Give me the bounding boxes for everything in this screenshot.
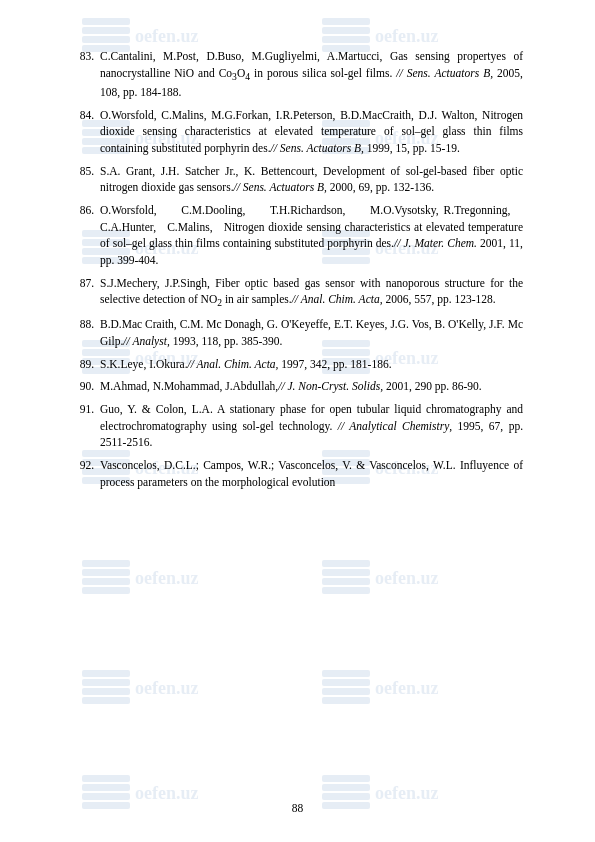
page: 83. C.Cantalini, M.Post, D.Buso, M.Gugli… — [0, 0, 595, 842]
ref-num-91: 91. — [72, 401, 100, 451]
ref-num-87: 87. — [72, 275, 100, 311]
ref-text-92: Vasconcelos, D.C.L.; Campos, W.R.; Vasco… — [100, 457, 523, 490]
reference-86: 86. O.Worsfold, C.M.Dooling, T.H.Richard… — [72, 202, 523, 269]
ref-num-88: 88. — [72, 316, 100, 349]
ref-num-92: 92. — [72, 457, 100, 490]
ref-num-90: 90. — [72, 378, 100, 395]
reference-89: 89. S.K.Leye, I.Okura.// Anal. Chim. Act… — [72, 356, 523, 373]
ref-text-87: S.J.Mechery, J.P.Singh, Fiber optic base… — [100, 275, 523, 311]
ref-text-83: C.Cantalini, M.Post, D.Buso, M.Gugliyelm… — [100, 48, 523, 101]
ref-num-83: 83. — [72, 48, 100, 101]
page-number: 88 — [292, 802, 304, 814]
ref-num-86: 86. — [72, 202, 100, 269]
ref-num-84: 84. — [72, 107, 100, 157]
ref-num-89: 89. — [72, 356, 100, 373]
reference-90: 90. M.Ahmad, N.Mohammad, J.Abdullah,// J… — [72, 378, 523, 395]
ref-num-85: 85. — [72, 163, 100, 196]
ref-text-89: S.K.Leye, I.Okura.// Anal. Chim. Acta, 1… — [100, 356, 392, 373]
reference-91: 91. Guo, Y. & Colon, L.A. A stationary p… — [72, 401, 523, 451]
reference-87: 87. S.J.Mechery, J.P.Singh, Fiber optic … — [72, 275, 523, 311]
ref-text-85: S.A. Grant, J.H. Satcher Jr., K. Bettenc… — [100, 163, 523, 196]
ref-text-90: M.Ahmad, N.Mohammad, J.Abdullah,// J. No… — [100, 378, 482, 395]
reference-84: 84. O.Worsfold, C.Malins, M.G.Forkan, I.… — [72, 107, 523, 157]
reference-92: 92. Vasconcelos, D.C.L.; Campos, W.R.; V… — [72, 457, 523, 490]
reference-88: 88. B.D.Mac Craith, C.M. Mc Donagh, G. O… — [72, 316, 523, 349]
ref-text-86: O.Worsfold, C.M.Dooling, T.H.Richardson,… — [100, 202, 523, 269]
reference-list: 83. C.Cantalini, M.Post, D.Buso, M.Gugli… — [72, 48, 523, 490]
reference-83: 83. C.Cantalini, M.Post, D.Buso, M.Gugli… — [72, 48, 523, 101]
ref-text-91: Guo, Y. & Colon, L.A. A stationary phase… — [100, 401, 523, 451]
ref-text-88: B.D.Mac Craith, C.M. Mc Donagh, G. O'Key… — [100, 316, 523, 349]
reference-85: 85. S.A. Grant, J.H. Satcher Jr., K. Bet… — [72, 163, 523, 196]
ref-text-84: O.Worsfold, C.Malins, M.G.Forkan, I.R.Pe… — [100, 107, 523, 157]
